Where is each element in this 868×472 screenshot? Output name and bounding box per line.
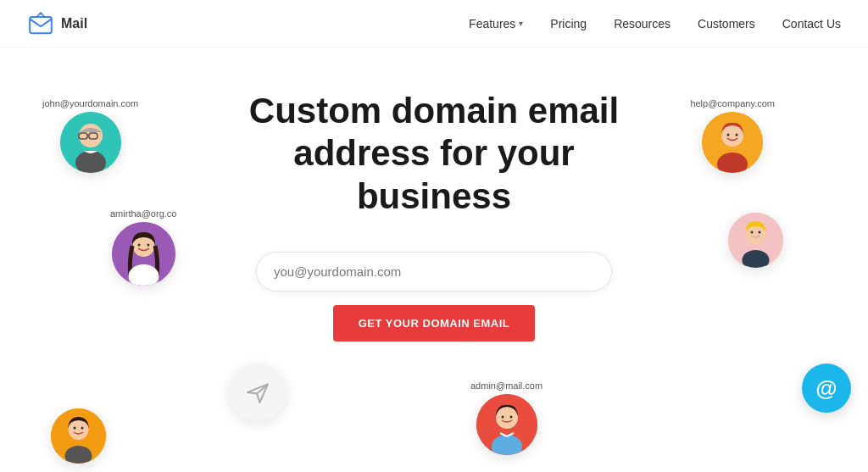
nav-item-features[interactable]: Features ▾	[469, 17, 523, 31]
avatar-card-john: john@yourdomain.com	[42, 98, 138, 173]
avatar-email-amirtha: amirtha@org.co	[110, 208, 176, 219]
at-bubble: @	[802, 364, 851, 413]
email-input[interactable]	[256, 252, 612, 292]
svg-point-11	[727, 134, 730, 136]
avatar-card-help: help@company.com	[690, 98, 775, 173]
nav-link-pricing[interactable]: Pricing	[550, 17, 587, 31]
svg-point-31	[74, 427, 76, 430]
avatar-john	[60, 112, 121, 173]
nav-link-features[interactable]: Features ▾	[469, 17, 523, 31]
at-symbol: @	[815, 375, 837, 402]
svg-point-3	[79, 124, 103, 147]
nav-link-resources[interactable]: Resources	[614, 17, 670, 31]
avatar-bl	[51, 408, 106, 464]
logo[interactable]: Mail	[27, 10, 87, 37]
logo-icon	[27, 10, 54, 37]
logo-text: Mail	[61, 16, 87, 31]
nav-item-customers[interactable]: Customers	[698, 16, 755, 31]
nav-item-contact[interactable]: Contact Us	[782, 16, 841, 31]
nav-item-pricing[interactable]: Pricing	[550, 16, 587, 31]
svg-point-17	[147, 244, 149, 247]
avatar-card-amirtha: amirtha@org.co	[110, 208, 176, 286]
svg-point-29	[69, 419, 89, 440]
svg-point-12	[736, 134, 738, 136]
avatar-card-admin: admin@mail.com	[470, 380, 542, 455]
email-input-wrapper	[256, 252, 612, 292]
svg-point-26	[501, 416, 504, 419]
avatar-face-amirtha	[112, 222, 175, 286]
avatar-card-pink	[728, 213, 783, 268]
avatar-help	[702, 112, 763, 173]
avatar-email-help: help@company.com	[690, 98, 775, 108]
avatar-amirtha	[112, 222, 175, 286]
avatar-face-help	[702, 112, 763, 173]
avatar-admin	[476, 394, 537, 455]
avatar-card-bl	[51, 408, 106, 464]
svg-point-32	[81, 427, 84, 430]
nav-item-resources[interactable]: Resources	[614, 16, 670, 31]
send-bubble	[229, 364, 287, 421]
svg-point-22	[759, 231, 761, 234]
svg-point-16	[137, 244, 140, 247]
avatar-email-john: john@yourdomain.com	[42, 98, 138, 108]
svg-point-27	[509, 416, 512, 419]
nav-link-customers[interactable]: Customers	[698, 17, 755, 31]
avatar-face-pink	[728, 213, 783, 268]
cta-button[interactable]: GET YOUR DOMAIN EMAIL	[333, 305, 536, 342]
nav-link-contact[interactable]: Contact Us	[782, 17, 841, 31]
send-icon	[244, 379, 271, 406]
svg-point-21	[751, 231, 754, 234]
chevron-down-icon: ▾	[519, 19, 523, 28]
svg-rect-0	[30, 17, 52, 33]
avatar-face-bl	[51, 408, 106, 464]
avatar-pink	[728, 213, 783, 268]
hero-section: Custom domain email address for your bus…	[0, 47, 868, 472]
avatar-face-admin	[476, 394, 537, 455]
navbar: Mail Features ▾ Pricing Resources Custom…	[0, 0, 868, 47]
nav-links: Features ▾ Pricing Resources Customers C…	[469, 16, 841, 31]
hero-headline: Custom domain email address for your bus…	[214, 90, 654, 218]
avatar-face-john	[60, 112, 121, 173]
svg-point-24	[496, 407, 518, 429]
svg-point-1	[39, 12, 42, 14]
avatar-email-admin: admin@mail.com	[470, 380, 542, 391]
